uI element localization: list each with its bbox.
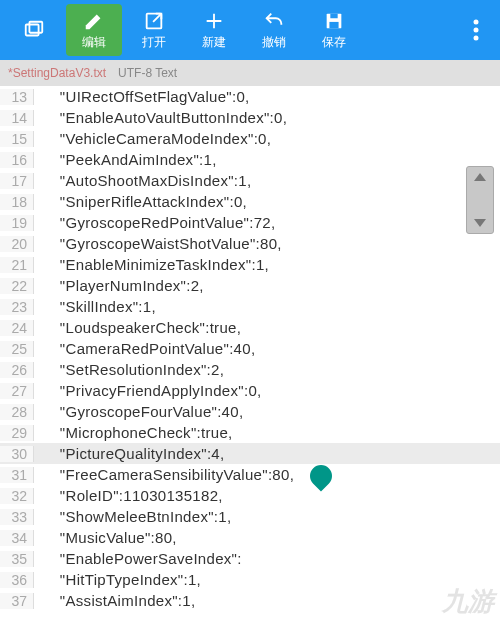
- line-text: "PictureQualityIndex":4,: [34, 445, 224, 462]
- new-button[interactable]: 新建: [186, 4, 242, 56]
- save-icon: [323, 10, 345, 32]
- code-line[interactable]: 21 "EnableMinimizeTaskIndex":1,: [0, 254, 500, 275]
- undo-icon: [263, 10, 285, 32]
- line-text: "MusicValue":80,: [34, 529, 177, 546]
- pencil-icon: [83, 10, 105, 32]
- code-line[interactable]: 19 "GyroscopeRedPointValue":72,: [0, 212, 500, 233]
- line-text: "HitTipTypeIndex":1,: [34, 571, 201, 588]
- code-line[interactable]: 36 "HitTipTypeIndex":1,: [0, 569, 500, 590]
- line-text: "PrivacyFriendApplyIndex":0,: [34, 382, 262, 399]
- line-text: "CameraRedPointValue":40,: [34, 340, 255, 357]
- tab-bar: *SettingDataV3.txt UTF-8 Text: [0, 60, 500, 86]
- line-text: "SetResolutionIndex":2,: [34, 361, 224, 378]
- line-text: "UIRectOffSetFlagValue":0,: [34, 88, 250, 105]
- open-icon: [143, 10, 165, 32]
- line-number: 28: [0, 404, 34, 420]
- line-number: 35: [0, 551, 34, 567]
- line-number: 22: [0, 278, 34, 294]
- code-line[interactable]: 17 "AutoShootMaxDisIndex":1,: [0, 170, 500, 191]
- code-line[interactable]: 15 "VehicleCameraModeIndex":0,: [0, 128, 500, 149]
- encoding-label: UTF-8 Text: [118, 66, 177, 80]
- edit-label: 编辑: [82, 34, 106, 51]
- open-button[interactable]: 打开: [126, 4, 182, 56]
- code-line[interactable]: 32 "RoleID":11030135182,: [0, 485, 500, 506]
- plus-icon: [203, 10, 225, 32]
- save-button[interactable]: 保存: [306, 4, 362, 56]
- code-line[interactable]: 13 "UIRectOffSetFlagValue":0,: [0, 86, 500, 107]
- editor-area[interactable]: 13 "UIRectOffSetFlagValue":0,14 "EnableA…: [0, 86, 500, 625]
- line-text: "AutoShootMaxDisIndex":1,: [34, 172, 251, 189]
- svg-rect-4: [330, 13, 337, 18]
- file-tab[interactable]: *SettingDataV3.txt: [8, 66, 106, 80]
- undo-label: 撤销: [262, 34, 286, 51]
- line-number: 23: [0, 299, 34, 315]
- line-text: "SniperRifleAttackIndex":0,: [34, 193, 247, 210]
- code-line[interactable]: 22 "PlayerNumIndex":2,: [0, 275, 500, 296]
- code-line[interactable]: 37 "AssistAimIndex":1,: [0, 590, 500, 611]
- line-text: "EnableAutoVaultButtonIndex":0,: [34, 109, 287, 126]
- code-line[interactable]: 16 "PeekAndAimIndex":1,: [0, 149, 500, 170]
- line-text: "GyroscopeWaistShotValue":80,: [34, 235, 282, 252]
- line-number: 31: [0, 467, 34, 483]
- code-line[interactable]: 35 "EnablePowerSaveIndex":: [0, 548, 500, 569]
- code-line[interactable]: 34 "MusicValue":80,: [0, 527, 500, 548]
- menu-button[interactable]: [456, 18, 496, 42]
- code-line[interactable]: 25 "CameraRedPointValue":40,: [0, 338, 500, 359]
- line-text: "PlayerNumIndex":2,: [34, 277, 204, 294]
- scroll-handle[interactable]: [466, 166, 494, 234]
- undo-button[interactable]: 撤销: [246, 4, 302, 56]
- code-line[interactable]: 20 "GyroscopeWaistShotValue":80,: [0, 233, 500, 254]
- line-text: "AssistAimIndex":1,: [34, 592, 195, 609]
- code-line[interactable]: 33 "ShowMeleeBtnIndex":1,: [0, 506, 500, 527]
- svg-point-7: [474, 28, 479, 33]
- line-number: 18: [0, 194, 34, 210]
- line-number: 37: [0, 593, 34, 609]
- line-text: "PeekAndAimIndex":1,: [34, 151, 217, 168]
- line-text: "MicrophoneCheck":true,: [34, 424, 233, 441]
- line-number: 34: [0, 530, 34, 546]
- line-number: 15: [0, 131, 34, 147]
- windows-icon: [23, 19, 45, 41]
- svg-rect-1: [29, 22, 42, 33]
- watermark: 九游: [442, 584, 494, 619]
- edit-button[interactable]: 编辑: [66, 4, 122, 56]
- code-line[interactable]: 27 "PrivacyFriendApplyIndex":0,: [0, 380, 500, 401]
- svg-point-6: [474, 20, 479, 25]
- line-number: 36: [0, 572, 34, 588]
- line-text: "VehicleCameraModeIndex":0,: [34, 130, 271, 147]
- line-number: 21: [0, 257, 34, 273]
- line-number: 19: [0, 215, 34, 231]
- line-number: 30: [0, 446, 34, 462]
- code-line[interactable]: 26 "SetResolutionIndex":2,: [0, 359, 500, 380]
- line-text: "EnableMinimizeTaskIndex":1,: [34, 256, 269, 273]
- code-line[interactable]: 18 "SniperRifleAttackIndex":0,: [0, 191, 500, 212]
- toolbar: 编辑 打开 新建 撤销 保存: [0, 0, 500, 60]
- line-number: 32: [0, 488, 34, 504]
- code-line[interactable]: 28 "GyroscopeFourValue":40,: [0, 401, 500, 422]
- line-text: "GyroscopeRedPointValue":72,: [34, 214, 275, 231]
- code-line[interactable]: 29 "MicrophoneCheck":true,: [0, 422, 500, 443]
- svg-rect-0: [26, 25, 39, 36]
- kebab-icon: [473, 18, 479, 42]
- save-label: 保存: [322, 34, 346, 51]
- code-line[interactable]: 24 "LoudspeakerCheck":true,: [0, 317, 500, 338]
- code-line[interactable]: 14 "EnableAutoVaultButtonIndex":0,: [0, 107, 500, 128]
- code-line[interactable]: 23 "SkillIndex":1,: [0, 296, 500, 317]
- line-number: 26: [0, 362, 34, 378]
- code-line[interactable]: 30 "PictureQualityIndex":4,: [0, 443, 500, 464]
- line-text: "RoleID":11030135182,: [34, 487, 223, 504]
- line-number: 24: [0, 320, 34, 336]
- line-number: 16: [0, 152, 34, 168]
- line-text: "SkillIndex":1,: [34, 298, 156, 315]
- line-number: 20: [0, 236, 34, 252]
- code-line[interactable]: 31 "FreeCameraSensibilityValue":80,: [0, 464, 500, 485]
- open-label: 打开: [142, 34, 166, 51]
- line-number: 14: [0, 110, 34, 126]
- scroll-down-icon: [474, 219, 486, 227]
- windows-button[interactable]: [6, 4, 62, 56]
- line-text: "FreeCameraSensibilityValue":80,: [34, 466, 294, 483]
- new-label: 新建: [202, 34, 226, 51]
- line-number: 29: [0, 425, 34, 441]
- line-number: 25: [0, 341, 34, 357]
- line-number: 33: [0, 509, 34, 525]
